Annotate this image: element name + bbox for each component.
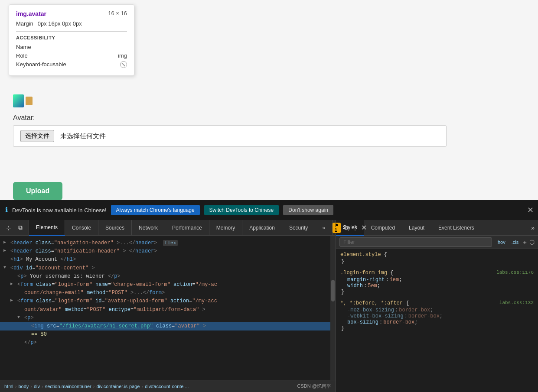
collapse-arrow-6[interactable]: ▶ [10,281,17,288]
banner-always-match-button[interactable]: Always match Chrome's language [111,205,200,215]
tabs-right-actions: ⚑ 1 ⚙ ⋮ ✕ [333,223,370,233]
html-line-10: ▼ <p> [0,314,336,322]
style-rule-element: element.style { } [340,252,534,265]
tab-sources[interactable]: Sources [98,220,132,236]
tooltip-margin-label: Margin [16,20,33,27]
banner-close-button[interactable]: ✕ [527,205,534,215]
tooltip-role-value: img [118,52,127,59]
style-rule-universal: *, *:before, *:after labs.css:132 { -moz… [340,300,534,331]
tooltip-margin-value: 0px 16px 0px 0px [38,20,82,27]
breadcrumb-div2[interactable]: div.container.is-page [96,384,140,389]
collapse-arrow-2[interactable]: ▶ [3,247,10,254]
no-keyboard-focusable-icon [120,61,127,68]
breadcrumb-div-account[interactable]: div#account-conte ... [145,384,189,389]
tab-application[interactable]: Application [242,220,282,236]
html-line-9: ▶ ount/avatar" method="POST" enctype="mu… [0,306,336,314]
upload-button[interactable]: Upload [13,182,62,200]
close-devtools-button[interactable]: ✕ [361,224,367,232]
tooltip-size: 16 × 16 [108,10,127,16]
styles-filter-input[interactable] [339,237,492,247]
devtools-main: ⊹ ⧉ Elements Console Sources Network Per… [0,220,538,392]
tab-console[interactable]: Console [65,220,98,236]
html-scrollbar[interactable] [330,236,336,392]
html-line-4: ▼ <div id="account-content" > [0,264,336,272]
html-line-11: ▶ <img src="/files/avatars/hi-secret.php… [0,322,336,330]
tab-network[interactable]: Network [132,220,165,236]
html-line-2: ▶ <header class="notification-header" > … [0,247,336,256]
style-close-brace-universal: } [340,325,534,331]
devtools-banner: ℹ DevTools is now available in Chinese! … [0,200,538,220]
style-close-brace-login: } [340,289,534,295]
tab-elements[interactable]: Elements [29,220,65,236]
tooltip-divider [16,31,127,32]
avatar-placeholder-img [13,94,24,107]
tab-more[interactable]: » [315,220,333,236]
inspect-element-icon[interactable]: ⊹ [4,224,13,232]
file-input-container: 选择文件 未选择任何文件 [13,125,447,147]
html-line-5: ▶ <p> Your username is: wiener </p> [0,272,336,281]
more-options-button[interactable]: ⋮ [352,224,359,232]
styles-cls-toggle[interactable]: .cls [510,239,521,246]
expand-arrow-4[interactable]: ▼ [3,264,10,271]
tab-memory[interactable]: Memory [209,220,242,236]
avatar-label: Avatar: [13,114,447,122]
style-source-login-form[interactable]: labs.css:1176 [496,270,534,275]
tooltip-accessibility-title: ACCESSIBILITY [16,35,127,40]
html-line-6: ▶ <form class="login-form" name="change-… [0,281,336,289]
file-choose-button[interactable]: 选择文件 [20,130,54,142]
tab-performance[interactable]: Performance [165,220,209,236]
styles-add-rule-button[interactable]: + [523,239,527,246]
style-source-universal[interactable]: labs.css:132 [499,300,534,305]
tooltip-title: img.avatar [16,10,46,17]
html-panel: ⊹ ⧉ Elements Console Sources Network Per… [0,220,336,392]
tooltip-popup: img.avatar 16 × 16 Margin 0px 16px 0px 0… [9,4,134,76]
devtools-tabs-bar: ⊹ ⧉ Elements Console Sources Network Per… [0,220,336,236]
styles-content-area[interactable]: element.style { } .login-form img labs.c… [336,249,538,392]
breadcrumb-author: CSDN @忆南平 [297,383,331,389]
style-selector-login-form: .login-form img labs.css:1176 { [340,270,534,276]
style-tab-layout[interactable]: Layout [402,220,431,236]
collapse-arrow-1[interactable]: ▶ [3,239,10,246]
tooltip-name-label: Name [16,44,31,50]
expand-arrow-10[interactable]: ▼ [17,314,24,321]
style-prop-width: width: 5em; [340,283,534,289]
breadcrumb-body[interactable]: body [18,384,29,389]
html-line-1: ▶ <header class="navigation-header" >...… [0,239,336,247]
style-prop-moz-box-sizing: -moz-box-sizing: border-box; [340,307,534,313]
style-prop-box-sizing: box-sizing: border-box; [340,319,534,325]
styles-collapse-button[interactable]: ⬡ [529,239,535,246]
styles-panel: Styles Computed Layout Event Listeners »… [336,220,538,392]
banner-info-text: DevTools is now available in Chinese! [12,207,107,214]
tab-security[interactable]: Security [282,220,315,236]
html-scrollbar-thumb[interactable] [331,280,335,301]
settings-gear-button[interactable]: ⚙ [343,224,349,231]
breadcrumb-div[interactable]: div [34,384,40,389]
style-tab-event-listeners[interactable]: Event Listeners [431,220,481,236]
style-prop-webkit-box-sizing: -webkit-box-sizing: border-box; [340,313,534,319]
tooltip-role-label: Role [16,52,28,59]
html-content-area[interactable]: ▶ <header class="navigation-header" >...… [0,236,336,392]
breadcrumb-html[interactable]: html [4,384,13,389]
devtools-icon-buttons: ⊹ ⧉ [0,220,29,236]
banner-info-icon: ℹ [5,206,8,214]
page-area: Email img.avatar 16 × 16 Margin 0px 16px… [0,0,538,200]
html-line-8: ▶ <form class="login-form" id="avatar-up… [0,297,336,305]
breadcrumb-bar: html › body › div › section.maincontaine… [0,380,336,392]
styles-more-button[interactable]: » [531,224,538,231]
styles-hov-toggle[interactable]: :hov [495,239,507,246]
breadcrumb-section[interactable]: section.maincontainer [45,384,91,389]
collapse-arrow-8[interactable]: ▶ [10,297,17,304]
style-selector-element: element.style { [340,252,534,258]
banner-switch-chinese-button[interactable]: Switch DevTools to Chinese [204,205,279,215]
notification-badge: ⚑ 1 [333,223,341,233]
html-line-12: ▶ == $0 [0,330,336,339]
avatar-color-box [26,97,33,105]
tooltip-keyboard-label: Keyboard-focusable [16,61,66,68]
style-close-brace-element: } [340,259,534,265]
avatar-image-box [13,91,33,110]
file-no-chosen-text: 未选择任何文件 [60,132,106,140]
style-rule-login-form-img: .login-form img labs.css:1176 { margin-r… [340,270,534,295]
style-prop-margin-right: margin-right: 1em; [340,277,534,283]
device-toolbar-icon[interactable]: ⧉ [16,223,24,232]
banner-dont-show-button[interactable]: Don't show again [283,205,333,215]
